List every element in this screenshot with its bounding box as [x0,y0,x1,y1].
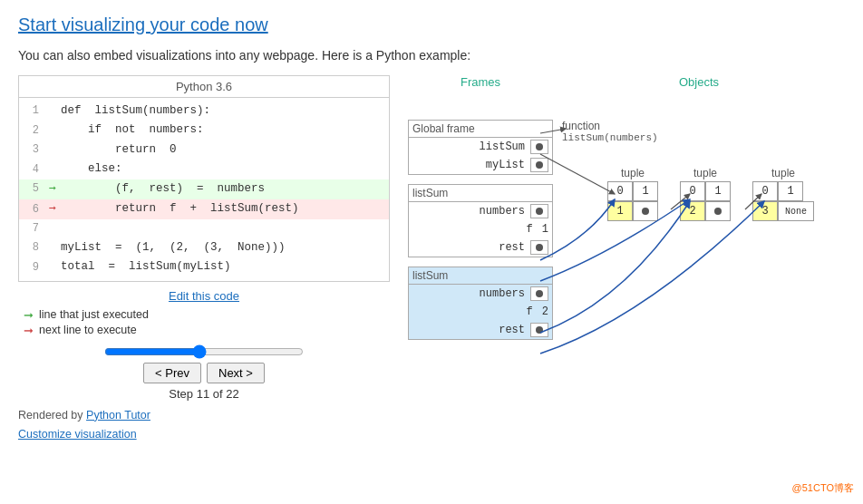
footer-links: Rendered by Python Tutor Customize visua… [18,406,390,445]
func-label-group: function listSum(numbers) [562,120,658,143]
tuple3-cell1: 1 [778,181,803,201]
tuple2-cells2: 2 [680,201,731,221]
lsf2-rest-val [530,323,548,337]
legend: ➞ line that just executed ➞ next line to… [24,308,390,337]
col-header-frames: Frames [408,75,553,89]
tuple1-cell1: 1 [633,181,658,201]
tuple3-cell2: 3 [752,201,778,221]
line-num-5: 5 [23,180,39,198]
intro-text: You can also embed visualizations into a… [18,48,845,63]
global-var-mylist: myList [409,156,552,174]
code-line-9: 9total = listSum(myList) [19,257,389,276]
tuple3-cell0: 0 [752,181,778,201]
line-arrow-6: ➞ [44,200,61,218]
line-code-1: def listSum(numbers): [61,102,210,120]
next-button[interactable]: Next > [207,363,265,383]
listsum-frame2: listSum numbers f 2 rest [408,267,553,340]
customize-row: Customize visualization [18,425,390,444]
rendered-by-text: Rendered by [18,409,83,422]
tuple3-cells2: 3 None [752,201,814,221]
lsf2-f-name: f [412,305,538,318]
lsf1-rest-dot [536,244,543,251]
line-code-3: return 0 [61,141,177,159]
step-slider[interactable] [104,344,304,359]
lsf2-numbers-dot [536,290,543,297]
line-num-1: 1 [23,102,39,120]
viz-area: Global frame listSum myList [408,94,845,439]
global-frame-title: Global frame [409,121,552,138]
line-num-6: 6 [23,201,39,218]
code-line-7: 7 [19,219,389,238]
code-line-5: 5➞ (f, rest) = numbers [19,179,389,199]
tuple1-cell0: 0 [607,181,633,201]
tuple3-cell3: None [778,201,814,221]
listsum-frame1-title: listSum [409,185,552,202]
listsum-frame1: listSum numbers f 1 rest [408,184,553,257]
nav-row: < Prev Next > [18,363,390,383]
code-line-4: 4 else: [19,160,389,179]
tuple2-cell3 [705,201,731,221]
col-headers: Frames Objects [408,75,845,89]
line-code-8: myList = (1, (2, (3, None))) [61,239,286,257]
tuple2-label: tuple [680,167,731,179]
tuples-row: tuple 0 1 1 t [607,167,814,221]
line-num-4: 4 [23,161,39,179]
prev-button[interactable]: < Prev [143,363,201,383]
line-code-9: total = listSum(myList) [61,258,231,276]
lsf2-rest-dot [536,326,543,334]
edit-link-row: Edit this code [18,289,390,303]
tuple1-label: tuple [607,167,658,179]
lsf2-rest-name: rest [412,324,530,336]
code-line-2: 2 if not numbers: [19,121,389,140]
code-line-6: 6➞ return f + listSum(rest) [19,199,389,219]
slider-row [18,344,390,359]
content-area: Python 3.6 1def listSum(numbers):2 if no… [18,75,845,444]
python-tutor-link[interactable]: Python Tutor [86,409,150,422]
line-code-5: (f, rest) = numbers [61,180,265,198]
tuple1: tuple 0 1 1 [607,167,658,221]
code-body: 1def listSum(numbers):2 if not numbers:3… [19,98,389,281]
line-arrow-5: ➞ [44,180,61,199]
lsf2-numbers: numbers [409,285,552,303]
global-var-listsum-val [530,140,548,154]
green-arrow-icon: ➞ [49,182,56,196]
lsf1-f-name: f [412,223,538,236]
right-panel: Frames Objects Global frame listSum myLi… [408,75,845,439]
tuple2-cell2: 2 [680,201,705,221]
lsf1-numbers-val [530,204,548,218]
rendered-by-row: Rendered by Python Tutor [18,406,390,425]
line-code-2: if not numbers: [61,121,204,139]
step-info: Step 11 of 22 [18,387,390,401]
line-num-7: 7 [23,220,39,237]
customize-link[interactable]: Customize visualization [18,428,137,441]
left-panel: Python 3.6 1def listSum(numbers):2 if no… [18,75,390,444]
lsf1-rest-val [530,240,548,255]
lsf1-numbers-dot [536,208,543,215]
lsf2-rest: rest [409,321,552,339]
line-num-3: 3 [23,141,39,159]
lsf2-f: f 2 [409,303,552,321]
legend-red-label: next line to execute [39,324,137,336]
lsf1-f: f 1 [409,220,552,238]
edit-link[interactable]: Edit this code [169,289,239,303]
code-header: Python 3.6 [19,76,389,98]
line-num-9: 9 [23,259,39,276]
func-label: function [562,120,658,132]
tuple2: tuple 0 1 2 [680,167,731,221]
lsf2-numbers-val [530,286,548,301]
func-name: listSum(numbers) [562,132,658,143]
lsf1-rest: rest [409,238,552,257]
main-title[interactable]: Start visualizing your code now [18,15,845,35]
tuple1-cells2: 1 [607,201,658,221]
code-line-8: 8myList = (1, (2, (3, None))) [19,238,389,257]
tuple1-dot [642,208,649,215]
tuple2-cell0: 0 [680,181,705,201]
global-frame: Global frame listSum myList [408,120,553,175]
lsf2-numbers-name: numbers [412,287,530,300]
global-var-listsum-name: listSum [412,141,530,153]
frames-panel: Global frame listSum myList [408,120,553,349]
lsf1-rest-name: rest [412,241,530,254]
lsf1-numbers-name: numbers [412,205,530,218]
line-code-4: else: [61,160,122,178]
global-var-listsum: listSum [409,138,552,156]
